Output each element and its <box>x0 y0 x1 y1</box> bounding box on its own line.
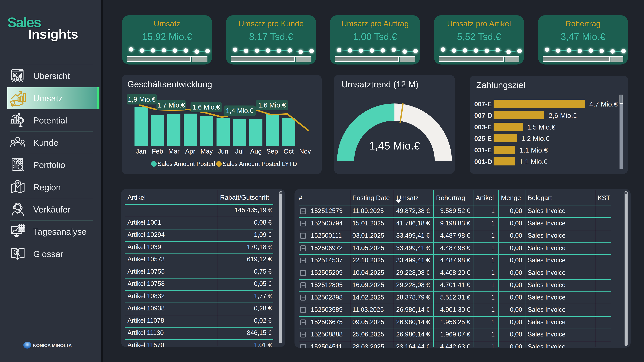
svg-text:?: ? <box>16 251 18 254</box>
